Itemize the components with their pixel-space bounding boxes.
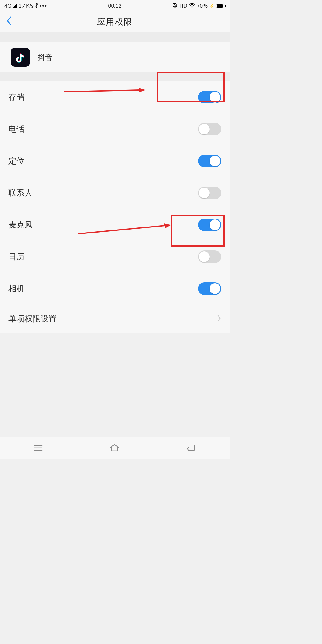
app-name: 抖音 xyxy=(38,52,52,62)
permission-row: 电话 xyxy=(0,113,230,145)
permission-row: 联系人 xyxy=(0,177,230,209)
clock: 00:12 xyxy=(108,3,121,9)
permission-label: 相机 xyxy=(8,283,24,294)
usb-icon xyxy=(35,3,38,10)
nav-item-detailed-settings[interactable]: 单项权限设置 xyxy=(0,304,230,333)
permission-row: 相机 xyxy=(0,273,230,304)
section-spacer xyxy=(0,32,230,42)
permission-toggle[interactable] xyxy=(198,187,221,199)
mute-icon xyxy=(172,3,178,10)
chevron-right-icon xyxy=(217,314,221,324)
permission-row: 日历 xyxy=(0,241,230,273)
permission-row: 存储 xyxy=(0,81,230,113)
data-rate: 1.4K/s xyxy=(18,3,34,9)
permission-toggle[interactable] xyxy=(198,123,221,135)
wifi-icon xyxy=(189,3,195,9)
permission-label: 定位 xyxy=(8,156,24,166)
more-icon: ••• xyxy=(40,3,47,9)
status-right: HD 70% ⚡ xyxy=(172,3,225,10)
nav-item-label: 单项权限设置 xyxy=(8,313,57,324)
svg-point-0 xyxy=(36,7,37,8)
header: 应用权限 xyxy=(0,12,230,32)
page-title: 应用权限 xyxy=(97,16,133,28)
status-left: 4G 1.4K/s ••• xyxy=(4,3,47,10)
permission-toggle[interactable] xyxy=(198,91,221,103)
permission-toggle[interactable] xyxy=(198,219,221,231)
menu-button[interactable] xyxy=(33,444,43,453)
permission-toggle[interactable] xyxy=(198,155,221,167)
app-icon-douyin xyxy=(11,48,30,67)
battery-icon xyxy=(216,4,225,8)
hd-label: HD xyxy=(179,3,187,9)
permission-label: 电话 xyxy=(8,124,24,134)
home-button[interactable] xyxy=(109,443,120,453)
permission-row: 定位 xyxy=(0,145,230,177)
status-bar: 4G 1.4K/s ••• 00:12 HD 70% ⚡ xyxy=(0,0,230,12)
app-info-row: 抖音 xyxy=(0,42,230,72)
network-type: 4G xyxy=(4,3,12,9)
permissions-list: 存储电话定位联系人麦克风日历相机 xyxy=(0,81,230,304)
permission-label: 麦克风 xyxy=(8,219,32,230)
signal-icon xyxy=(13,4,17,8)
battery-percent: 70% xyxy=(197,3,208,9)
navigation-bar xyxy=(0,437,230,459)
permission-label: 日历 xyxy=(8,251,24,262)
permission-toggle[interactable] xyxy=(198,250,221,263)
section-spacer xyxy=(0,72,230,81)
permission-label: 联系人 xyxy=(8,188,32,198)
svg-point-1 xyxy=(191,7,192,7)
charging-icon: ⚡ xyxy=(209,4,214,8)
permission-row: 麦克风 xyxy=(0,209,230,241)
permission-label: 存储 xyxy=(8,92,24,103)
permission-toggle[interactable] xyxy=(198,282,221,295)
back-button[interactable] xyxy=(6,16,12,28)
back-nav-button[interactable] xyxy=(186,444,196,453)
